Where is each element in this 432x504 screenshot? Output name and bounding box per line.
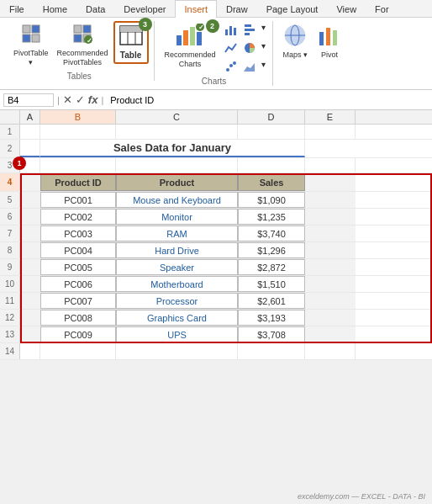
col-header-c[interactable]: C xyxy=(116,110,238,124)
cell-e10[interactable] xyxy=(305,276,356,292)
cell-a5[interactable] xyxy=(20,192,40,208)
cell-a12[interactable] xyxy=(20,310,40,326)
cell-b5[interactable]: PC001 xyxy=(40,192,116,208)
cell-d6[interactable]: $1,235 xyxy=(238,209,305,225)
cell-c5[interactable]: Mouse and Keyboard xyxy=(116,192,238,208)
scatter-chart-button[interactable] xyxy=(223,58,240,75)
cell-d4[interactable]: Sales xyxy=(238,173,305,191)
cell-a4[interactable] xyxy=(20,173,40,191)
tab-file[interactable]: File xyxy=(0,0,34,18)
cell-d9[interactable]: $2,872 xyxy=(238,259,305,275)
cell-a14[interactable] xyxy=(20,343,40,359)
confirm-formula-icon[interactable]: ✓ xyxy=(76,93,85,106)
cell-b14[interactable] xyxy=(40,343,116,359)
cell-e11[interactable] xyxy=(305,293,356,309)
cell-e3[interactable] xyxy=(305,158,356,172)
cell-reference[interactable]: B4 xyxy=(3,93,54,107)
cell-d8[interactable]: $1,296 xyxy=(238,242,305,258)
cell-d12[interactable]: $3,193 xyxy=(238,310,305,326)
col-header-d[interactable]: D xyxy=(238,110,305,124)
tab-for[interactable]: For xyxy=(366,0,398,18)
col-header-e[interactable]: E xyxy=(305,110,356,124)
formula-input[interactable] xyxy=(107,94,429,106)
tab-home[interactable]: Home xyxy=(34,0,76,18)
maps-button[interactable]: Maps ▾ xyxy=(280,21,312,61)
cell-c11[interactable]: Processor xyxy=(116,293,238,309)
cell-a8[interactable] xyxy=(20,242,40,258)
cell-b8[interactable]: PC004 xyxy=(40,242,116,258)
cell-a2[interactable] xyxy=(20,140,40,157)
cell-d11[interactable]: $2,601 xyxy=(238,293,305,309)
cell-b9[interactable]: PC005 xyxy=(40,259,116,275)
cell-b1[interactable] xyxy=(40,125,116,139)
tab-developer[interactable]: Developer xyxy=(114,0,175,18)
cell-b7[interactable]: PC003 xyxy=(40,225,116,241)
tab-page-layout[interactable]: Page Layout xyxy=(257,0,328,18)
cell-d10[interactable]: $1,510 xyxy=(238,276,305,292)
tab-data[interactable]: Data xyxy=(76,0,114,18)
cell-b12[interactable]: PC008 xyxy=(40,310,116,326)
cell-e8[interactable] xyxy=(305,242,356,258)
pie-chart-button[interactable] xyxy=(241,40,258,56)
svg-rect-38 xyxy=(326,28,330,45)
recommended-pivot-icon: ✓ xyxy=(72,24,92,47)
cell-d7[interactable]: $3,740 xyxy=(238,225,305,241)
cell-b4[interactable]: Product ID xyxy=(40,173,116,191)
cell-d13[interactable]: $3,708 xyxy=(238,326,305,342)
cell-c8[interactable]: Hard Drive xyxy=(116,242,238,258)
cell-a9[interactable] xyxy=(20,259,40,275)
tab-draw[interactable]: Draw xyxy=(217,0,257,18)
cell-c3[interactable] xyxy=(116,158,238,172)
line-chart-button[interactable] xyxy=(223,40,240,56)
cell-c7[interactable]: RAM xyxy=(116,225,238,241)
cell-a7[interactable] xyxy=(20,225,40,241)
cell-e6[interactable] xyxy=(305,209,356,225)
column-chart-dropdown[interactable]: ▾ xyxy=(260,21,267,38)
cell-d1[interactable] xyxy=(238,125,305,139)
cell-c10[interactable]: Motherboard xyxy=(116,276,238,292)
cell-c6[interactable]: Monitor xyxy=(116,209,238,225)
cell-a10[interactable] xyxy=(20,276,40,292)
cell-a1[interactable] xyxy=(20,125,40,139)
cell-e9[interactable] xyxy=(305,259,356,275)
cell-c1[interactable] xyxy=(116,125,238,139)
tab-view[interactable]: View xyxy=(327,0,366,18)
col-header-b[interactable]: B xyxy=(40,110,116,124)
insert-function-icon[interactable]: fx xyxy=(88,93,98,106)
cell-d3[interactable] xyxy=(238,158,305,172)
recommended-pivot-button[interactable]: ✓ RecommendedPivotTables xyxy=(54,21,112,70)
column-chart-button[interactable] xyxy=(223,21,240,38)
cell-d14[interactable] xyxy=(238,343,305,359)
cell-d5[interactable]: $1,090 xyxy=(238,192,305,208)
cell-e5[interactable] xyxy=(305,192,356,208)
title-cell[interactable]: Sales Data for January xyxy=(40,140,305,157)
cell-e4[interactable] xyxy=(305,173,356,191)
cell-a13[interactable] xyxy=(20,326,40,342)
cell-c12[interactable]: Graphics Card xyxy=(116,310,238,326)
cell-b13[interactable]: PC009 xyxy=(40,326,116,342)
bar-chart-button[interactable] xyxy=(241,21,258,38)
cell-a11[interactable] xyxy=(20,293,40,309)
cell-e14[interactable] xyxy=(305,343,356,359)
cell-b6[interactable]: PC002 xyxy=(40,209,116,225)
cell-e13[interactable] xyxy=(305,326,356,342)
cell-e12[interactable] xyxy=(305,310,356,326)
cell-b10[interactable]: PC006 xyxy=(40,276,116,292)
cancel-formula-icon[interactable]: ✕ xyxy=(63,93,72,106)
cell-c9[interactable]: Speaker xyxy=(116,259,238,275)
scatter-chart-dropdown[interactable]: ▾ xyxy=(260,58,267,75)
cell-b3[interactable] xyxy=(40,158,116,172)
tab-insert[interactable]: Insert xyxy=(175,0,217,18)
col-header-a[interactable]: A xyxy=(20,110,40,124)
pivot-chart-button[interactable]: Pivot xyxy=(314,21,345,61)
area-chart-button[interactable] xyxy=(241,58,258,75)
cell-b11[interactable]: PC007 xyxy=(40,293,116,309)
pivot-table-button[interactable]: PivotTable▾ xyxy=(10,21,52,70)
cell-c13[interactable]: UPS xyxy=(116,326,238,342)
cell-c14[interactable] xyxy=(116,343,238,359)
line-chart-dropdown[interactable]: ▾ xyxy=(260,40,267,56)
cell-e1[interactable] xyxy=(305,125,356,139)
cell-c4[interactable]: Product xyxy=(116,173,238,191)
cell-e7[interactable] xyxy=(305,225,356,241)
cell-a6[interactable] xyxy=(20,209,40,225)
